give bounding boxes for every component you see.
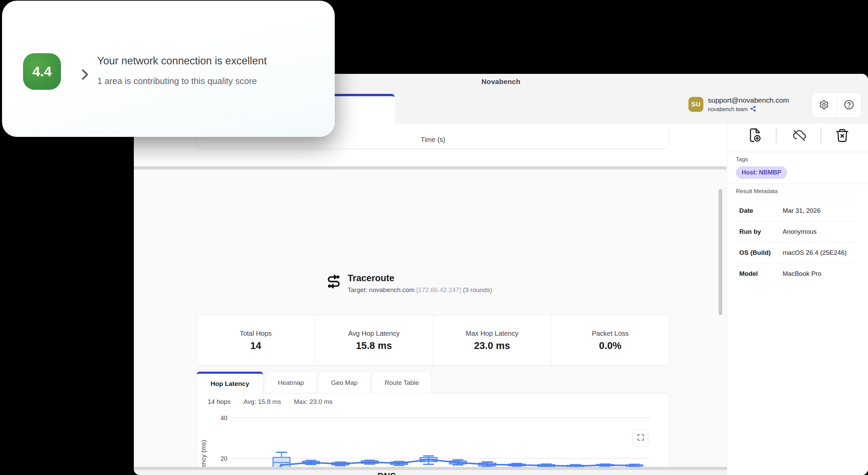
- metadata-value: Anonymous: [783, 228, 817, 235]
- dns-section-title: DNS: [377, 471, 396, 475]
- section-divider-bottom: [134, 467, 727, 470]
- new-result-button[interactable]: [747, 128, 762, 144]
- tab-heatmap[interactable]: Heatmap: [265, 372, 316, 393]
- sidebar-rule: [727, 184, 868, 184]
- delete-result-button[interactable]: [835, 128, 850, 144]
- sidebar-actions: [727, 127, 868, 145]
- stat-avg-latency: Avg Hop Latency 15.8 ms: [315, 315, 433, 365]
- stat-max-latency: Max Hop Latency 23.0 ms: [433, 315, 551, 365]
- result-sidebar: Tags Host: NBMBP Result Metadata Date Ma…: [727, 124, 868, 475]
- metadata-row-model: Model MacBook Pro: [736, 263, 856, 284]
- stat-value: 0.0%: [599, 340, 621, 351]
- account-team: novabench team: [708, 106, 756, 113]
- metadata-label: Run by: [736, 228, 783, 235]
- stat-packet-loss: Packet Loss 0.0%: [551, 315, 669, 365]
- traceroute-target: Target: novabench.com [172.66.42.247] (3…: [348, 286, 492, 294]
- metadata-table: Date Mar 31, 2026 Run by Anonymous OS (B…: [736, 200, 856, 284]
- metadata-value: MacBook Pro: [783, 270, 821, 277]
- time-axis-label: Time (s): [421, 136, 446, 148]
- metadata-row-runby: Run by Anonymous: [736, 221, 856, 242]
- target-rounds: (3 rounds): [463, 286, 492, 293]
- tag-host[interactable]: Host: NBMBP: [736, 166, 787, 179]
- metadata-value: Mar 31, 2026: [783, 207, 821, 214]
- metadata-value: macOS 26.4 (25E246): [783, 249, 847, 256]
- chart-summary: 14 hops Avg: 15.8 ms Max: 23.0 ms: [208, 398, 332, 406]
- vertical-scrollbar[interactable]: [719, 189, 722, 315]
- stat-label: Avg Hop Latency: [348, 330, 400, 337]
- stat-value: 14: [250, 340, 261, 351]
- stat-label: Packet Loss: [592, 330, 629, 337]
- help-button[interactable]: [836, 93, 862, 118]
- traceroute-title: Traceroute: [348, 273, 492, 283]
- tags-label: Tags: [736, 156, 748, 163]
- toast-subtitle: 1 area is contributing to this quality s…: [97, 76, 257, 86]
- hop-latency-chart: 020401234567891011121314Latency (ms)Hop …: [197, 393, 669, 475]
- traceroute-section: Traceroute Target: novabench.com [172.66…: [134, 169, 727, 467]
- route-icon: [326, 274, 342, 294]
- metadata-row-os: OS (Build) macOS 26.4 (25E246): [736, 242, 856, 263]
- action-divider: [776, 128, 777, 143]
- file-plus-icon: [747, 138, 762, 144]
- hop-latency-panel: 14 hops Avg: 15.8 ms Max: 23.0 ms 020401…: [197, 393, 669, 475]
- traceroute-stats-card: Total Hops 14 Avg Hop Latency 15.8 ms Ma…: [197, 315, 669, 366]
- summary-hops: 14 hops: [208, 398, 231, 406]
- stat-label: Total Hops: [240, 330, 272, 337]
- sidebar-rule: [727, 152, 868, 152]
- stat-value: 23.0 ms: [474, 340, 510, 351]
- stat-value: 15.8 ms: [356, 340, 392, 351]
- metadata-label: Model: [736, 270, 783, 277]
- chart-tab-bar: Hop Latency Heatmap Geo Map Route Table: [197, 372, 431, 393]
- toast-title: Your network connection is excellent: [97, 55, 267, 67]
- cloud-off-icon: [791, 139, 807, 144]
- settings-button[interactable]: [812, 93, 836, 118]
- stat-total-hops: Total Hops 14: [197, 315, 315, 365]
- account-email: support@novabench.com: [708, 96, 789, 104]
- quality-score-toast[interactable]: 4.4 Your network connection is excellent…: [2, 1, 335, 137]
- fullscreen-icon: [637, 434, 644, 442]
- section-divider-top: [134, 166, 727, 169]
- tab-hop-latency[interactable]: Hop Latency: [197, 372, 263, 394]
- summary-max: Max: 23.0 ms: [294, 398, 332, 406]
- action-divider: [821, 128, 821, 143]
- avatar[interactable]: SU: [688, 97, 703, 112]
- tab-geo-map[interactable]: Geo Map: [318, 372, 370, 393]
- metadata-label: OS (Build): [736, 249, 783, 256]
- chevron-right-icon: [77, 66, 92, 85]
- help-icon: [844, 100, 854, 111]
- account-team-label: novabench team: [708, 106, 748, 112]
- share-network-icon: [750, 106, 756, 113]
- target-ip: [172.66.42.247]: [416, 286, 461, 293]
- metadata-row-date: Date Mar 31, 2026: [736, 200, 856, 221]
- quality-score-badge: 4.4: [23, 53, 61, 90]
- summary-avg: Avg: 15.8 ms: [244, 398, 281, 406]
- fullscreen-button[interactable]: [632, 430, 649, 446]
- traceroute-header: Traceroute Target: novabench.com [172.66…: [326, 273, 492, 294]
- target-text: Target: novabench.com: [348, 286, 415, 293]
- stat-label: Max Hop Latency: [466, 330, 519, 337]
- y-tick-label: 40: [221, 415, 227, 421]
- metadata-title: Result Metadata: [736, 188, 778, 195]
- trash-x-icon: [835, 138, 850, 144]
- dns-section: DNS: [134, 470, 727, 475]
- header-button-group: [811, 92, 862, 118]
- gear-icon: [819, 100, 829, 111]
- cloud-sync-off-button[interactable]: [791, 128, 807, 145]
- metadata-label: Date: [736, 207, 783, 214]
- tab-route-table[interactable]: Route Table: [372, 372, 431, 393]
- y-tick-label: 20: [221, 455, 227, 462]
